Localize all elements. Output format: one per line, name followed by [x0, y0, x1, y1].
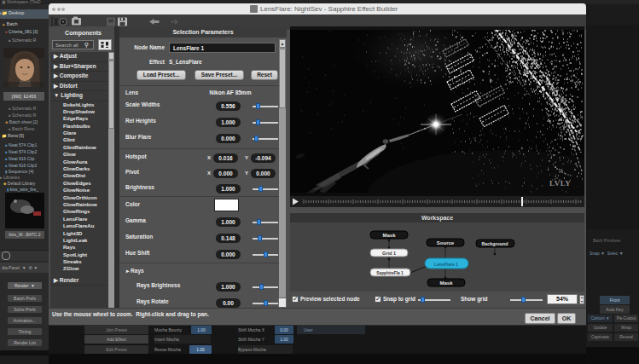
- svg-text:LensFlare 1: LensFlare 1: [434, 262, 458, 267]
- svg-text:Mask: Mask: [382, 233, 396, 238]
- svg-text:Source: Source: [437, 240, 455, 246]
- svg-text:LVLY: LVLY: [549, 179, 571, 188]
- svg-text:SapphireFla 1: SapphireFla 1: [376, 271, 404, 275]
- svg-text:Grid 1: Grid 1: [382, 251, 396, 256]
- svg-text:Background: Background: [482, 241, 508, 246]
- svg-text:Mask: Mask: [439, 280, 453, 286]
